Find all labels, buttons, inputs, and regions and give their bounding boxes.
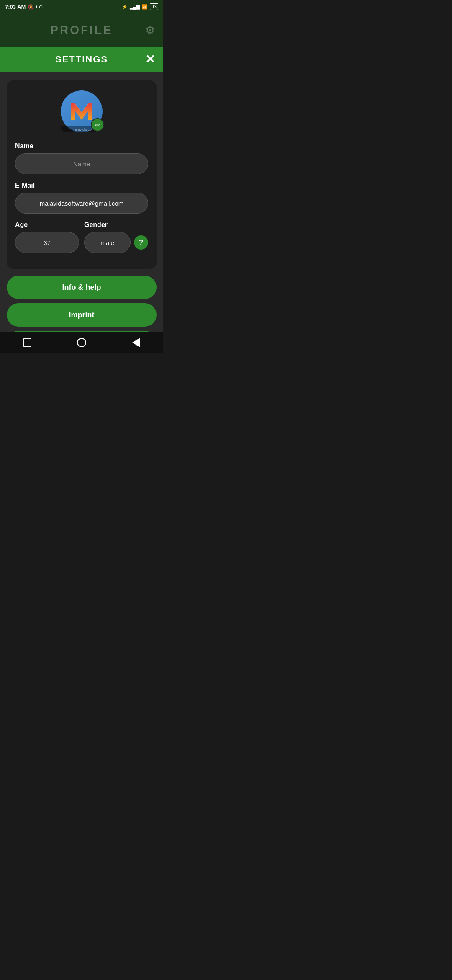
status-bar: 7:03 AM 🔕 ℹ ⊙ ⚡ ▂▄▆ 📶 93 xyxy=(0,0,163,13)
settings-modal: SETTINGS ✕ xyxy=(0,47,163,332)
age-col: Age 37 xyxy=(15,221,79,253)
avatar-wrapper: malavida.co ✏ xyxy=(61,90,103,132)
status-left: 7:03 AM 🔕 ℹ ⊙ xyxy=(5,4,43,10)
age-gender-row: Age 37 Gender male ? xyxy=(15,221,148,253)
back-icon xyxy=(132,338,140,347)
modal-header: SETTINGS ✕ xyxy=(0,47,163,72)
record-icon: ⊙ xyxy=(39,4,43,10)
nav-stop-button[interactable] xyxy=(18,333,36,352)
bluetooth-icon: ⚡ xyxy=(122,4,128,10)
mute-icon: 🔕 xyxy=(28,4,34,10)
imprint-label: Imprint xyxy=(69,311,95,320)
avatar-section: malavida.co ✏ xyxy=(15,90,148,132)
gender-input[interactable]: male xyxy=(84,232,131,253)
name-label: Name xyxy=(15,142,148,150)
edit-avatar-button[interactable]: ✏ xyxy=(91,118,104,132)
profile-card: malavida.co ✏ Name Name E-Mail malavidas… xyxy=(7,80,157,269)
email-input[interactable]: malavidasoftware@gmail.com xyxy=(15,193,148,214)
imprint-button[interactable]: Imprint xyxy=(7,303,157,327)
age-input[interactable]: 37 xyxy=(15,232,79,253)
gender-help-button[interactable]: ? xyxy=(134,235,148,250)
status-right: ⚡ ▂▄▆ 📶 93 xyxy=(122,3,158,10)
info-help-label: Info & help xyxy=(62,283,101,292)
gender-col: Gender male ? xyxy=(84,221,148,253)
nav-home-button[interactable] xyxy=(72,333,91,352)
signal-icon: ▂▄▆ xyxy=(130,4,140,10)
svg-marker-1 xyxy=(71,103,92,120)
profile-bg-title: PROFILE xyxy=(50,23,113,37)
wifi-icon: 📶 xyxy=(142,4,148,10)
close-button[interactable]: ✕ xyxy=(145,54,155,65)
gender-value: male xyxy=(100,239,114,246)
email-value: malavidasoftware@gmail.com xyxy=(40,200,123,207)
email-label: E-Mail xyxy=(15,182,148,189)
gender-label: Gender xyxy=(84,221,148,229)
age-value: 37 xyxy=(44,239,51,246)
bottom-nav xyxy=(0,332,163,353)
profile-background: PROFILE ⚙ xyxy=(0,13,163,47)
age-label: Age xyxy=(15,221,79,229)
action-buttons: Info & help Imprint Terms of Use Data pr… xyxy=(7,276,157,332)
home-icon xyxy=(77,338,86,347)
name-placeholder: Name xyxy=(73,160,90,168)
modal-body: malavida.co ✏ Name Name E-Mail malavidas… xyxy=(0,72,163,332)
info-help-button[interactable]: Info & help xyxy=(7,276,157,299)
stop-icon xyxy=(23,338,31,347)
pencil-icon: ✏ xyxy=(95,121,100,128)
question-icon: ? xyxy=(139,238,144,247)
info-icon: ℹ xyxy=(36,4,37,10)
name-input[interactable]: Name xyxy=(15,153,148,174)
status-time: 7:03 AM xyxy=(5,4,26,10)
modal-title: SETTINGS xyxy=(55,54,108,65)
gear-icon: ⚙ xyxy=(145,24,155,37)
battery-indicator: 93 xyxy=(150,3,158,10)
nav-back-button[interactable] xyxy=(127,333,145,352)
status-icons: 🔕 ℹ ⊙ xyxy=(28,4,43,10)
gender-wrapper: male ? xyxy=(84,232,148,253)
